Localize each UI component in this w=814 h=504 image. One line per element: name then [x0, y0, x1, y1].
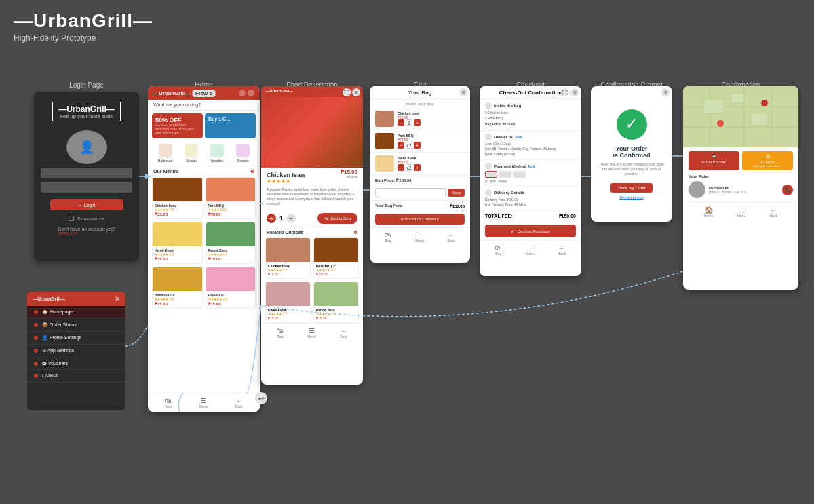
- tracking-nav-back[interactable]: ←Back: [770, 206, 777, 218]
- password-field[interactable]: [41, 182, 132, 193]
- menu-item-pork-bbq[interactable]: Pork BBQ ★★★★★ 5.0 ₱35.00: [206, 177, 256, 219]
- food-nav-back[interactable]: ←Back: [340, 327, 347, 338]
- cat-snacks[interactable]: Snacks: [185, 144, 198, 163]
- username-field[interactable]: [41, 168, 132, 178]
- cat-noodles[interactable]: Noodles: [210, 144, 224, 163]
- tracking-nav-menu[interactable]: ☰Menu: [737, 206, 746, 218]
- food-close-btn[interactable]: ✕: [352, 88, 360, 96]
- food-description-screen: —UrbanGrill— ✕ ⛶ Chicken Isaw ₱15.00 per…: [261, 86, 363, 385]
- related-item-2[interactable]: Pork BBQ 2 ★★★★★ 5.0 ₱ 25.00: [313, 237, 359, 279]
- svg-rect-6: [703, 100, 724, 113]
- login-screen: —UrbanGrill— Fire up your taste buds 👤 →…: [34, 92, 139, 261]
- qty-row: + 1 − 🛍 Add to Bag: [261, 210, 363, 227]
- checkout-screen: ✕ ⛶ Check-Out Confirmation Inside the ba…: [480, 86, 581, 276]
- return-home-btn[interactable]: Return Home: [619, 195, 644, 199]
- food-price: ₱15.00 per stick: [341, 169, 357, 178]
- cart-item-info-2: Pork BBQ ₱70.00 − x2 +: [398, 134, 465, 149]
- pay-gcash[interactable]: [499, 171, 511, 178]
- food-nav-menu[interactable]: ☰Menu: [307, 327, 316, 338]
- menu-sidebar-logo: —UrbanGrill—: [33, 296, 65, 301]
- call-rider-btn[interactable]: 📞: [782, 185, 793, 195]
- voucher-input[interactable]: [375, 188, 446, 197]
- related-item-3[interactable]: Kwek-Kwak ★★★★★ 5.0 ₱15.00: [265, 282, 311, 323]
- user-icon[interactable]: [248, 90, 254, 96]
- nav-menu[interactable]: ☰Menu: [199, 397, 208, 408]
- confirm-desc: Thank you! We're now preparing your orde…: [598, 162, 665, 176]
- sidebar-item-vouchers[interactable]: 🎟 Vouchers: [27, 357, 125, 370]
- cat-sweets[interactable]: Sweets: [236, 144, 250, 163]
- signup-link[interactable]: SIGN UP: [58, 231, 77, 236]
- food-bottom-nav: 🛍Bag ☰Menu ←Back: [261, 323, 363, 342]
- cart-bottom-nav: 🛍Bag ☰Menu ←Back: [370, 227, 470, 246]
- sidebar-item-about[interactable]: ℹ About: [27, 370, 125, 383]
- cart-nav-bag[interactable]: 🛍Bag: [385, 231, 391, 243]
- prompt-close-btn[interactable]: ✕: [661, 88, 670, 96]
- checkout-bag-section: Inside the bag 3 Chicken Isaw 2 Pork BBQ…: [480, 100, 581, 131]
- track-order-btn[interactable]: Track my Order: [610, 183, 652, 193]
- cart-nav-menu[interactable]: ☰Menu: [415, 231, 424, 243]
- edit-delivery-btn[interactable]: Edit: [516, 135, 522, 139]
- edit-payment-btn[interactable]: Edit: [528, 164, 535, 168]
- food-nav-bag[interactable]: 🛍Bag: [277, 327, 284, 338]
- sidebar-item-app-settings[interactable]: ⚙ App Settings: [27, 345, 125, 357]
- app-header: —UrbanGrill— High-Fidelity Prototype: [14, 10, 153, 43]
- item2-minus[interactable]: −: [398, 142, 404, 149]
- sidebar-item-homepage[interactable]: 🏠 Homepage: [27, 306, 125, 319]
- banner-50off[interactable]: 50% OFF Use Code: COURNRADE and save 50%…: [152, 113, 203, 138]
- checkout-nav-back[interactable]: ←Back: [558, 244, 566, 256]
- total-fee-row: TOTAL FEE: ₱150.00: [480, 211, 581, 222]
- bell-icon[interactable]: [239, 90, 246, 96]
- related-item-1[interactable]: Chicken Isaw ★★★★★ 5.0 ₱15.00: [265, 237, 311, 279]
- qty-decrement[interactable]: −: [286, 214, 296, 223]
- related-filter[interactable]: ⚙: [353, 230, 357, 235]
- item2-plus[interactable]: +: [414, 142, 421, 149]
- nav-bag[interactable]: 🛍Bag: [165, 397, 172, 408]
- add-to-bag-btn[interactable]: 🛍 Add to Bag: [317, 213, 357, 224]
- banner-area: 50% OFF Use Code: COURNRADE and save 50%…: [148, 111, 260, 141]
- cart-item-2: Pork BBQ ₱70.00 − x2 +: [370, 130, 470, 153]
- search-bar[interactable]: What are you craving?: [148, 100, 260, 111]
- kitchen-row: 🍳 In the Kitchen ⏱ 37 Mins Estimated tim…: [689, 151, 793, 170]
- related-item-4[interactable]: Pancit Bato ★★★★★ 4.9 ₱15.00: [313, 282, 359, 323]
- cart-item-info-3: Kwek Kwek ₱58.00 − x2 +: [398, 156, 465, 171]
- menu-item-kwek-kwek[interactable]: Kwek-Kwek ★★★★★ 4.9 ₱15.00: [152, 222, 203, 264]
- pay-card[interactable]: [485, 171, 497, 178]
- checkout-expand-btn[interactable]: ⛶: [561, 88, 569, 96]
- sidebar-item-order-status[interactable]: 📦 Order Status: [27, 319, 125, 332]
- checkout-nav-bag[interactable]: 🛍Bag: [495, 244, 502, 256]
- item3-plus[interactable]: +: [414, 164, 421, 171]
- menu-item-halo-halo[interactable]: Halo-Halo ★★★★★ 3.9 ₱15.00: [206, 267, 256, 309]
- banner-buy1[interactable]: Buy 1 G...: [205, 113, 256, 138]
- tracking-bottom-nav: 🏠Home ☰Menu ←Back: [689, 202, 793, 221]
- qty-increment[interactable]: +: [267, 214, 276, 223]
- cart-nav-back[interactable]: ←Back: [447, 231, 454, 243]
- cat-barbecue[interactable]: Barbecue: [158, 144, 172, 163]
- confirm-purchase-btn[interactable]: ✔ Confirm Purchase: [485, 225, 576, 237]
- map-area: [683, 86, 798, 147]
- proceed-checkout-btn[interactable]: Proceed to Checkout: [375, 214, 465, 225]
- item1-plus[interactable]: +: [414, 119, 421, 126]
- checkout-close-btn[interactable]: ✕: [570, 88, 579, 96]
- menu-item-banana-cue[interactable]: Banana-Cue ★★★★★ 4.9 ₱15.00: [152, 267, 203, 309]
- cart-close-btn[interactable]: ✕: [459, 88, 467, 96]
- food-expand-btn[interactable]: ⛶: [343, 88, 351, 96]
- cart-screen: ✕ Your Bag Inside your bag Chicken Isaw …: [370, 86, 470, 263]
- item3-minus[interactable]: −: [398, 164, 404, 171]
- apply-btn[interactable]: Apply: [448, 189, 465, 197]
- cart-subtitle: Inside your bag: [370, 100, 470, 108]
- menu-item-pancit[interactable]: Pancit Bato ★★★★★ 4.9 ₱15.00: [206, 222, 256, 264]
- item1-minus[interactable]: −: [398, 119, 404, 126]
- nav-back[interactable]: ←Back: [235, 397, 243, 408]
- svg-rect-7: [731, 93, 744, 103]
- tracking-nav-home[interactable]: 🏠Home: [704, 206, 713, 218]
- login-button[interactable]: → Login: [50, 199, 123, 210]
- menu-sidebar-close[interactable]: ✕: [115, 295, 120, 303]
- menu-item-chicken-isaw[interactable]: Chicken Isaw ★★★★★ 5.0 ₱15.00: [152, 177, 203, 219]
- cart-item-1: Chicken Isaw ₱20.00 − 2 +: [370, 108, 470, 130]
- sidebar-item-profile[interactable]: 👤 Profile Settings: [27, 332, 125, 345]
- pay-maya[interactable]: [513, 171, 526, 178]
- filter-icon[interactable]: ⚙: [250, 169, 254, 174]
- checkout-nav-menu[interactable]: ☰Menu: [526, 244, 535, 256]
- remember-checkbox[interactable]: [69, 216, 74, 221]
- food-title-area: Chicken Isaw ₱15.00 per stick ★★★★★: [261, 168, 363, 187]
